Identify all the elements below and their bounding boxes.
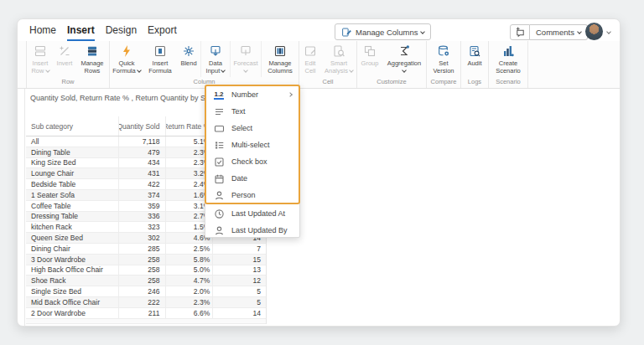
cell-return-rate[interactable]: 5.0%: [165, 265, 212, 275]
cell-return-quantity[interactable]: 15: [212, 255, 266, 265]
cell-return-quantity[interactable]: 5: [212, 297, 266, 307]
menu-item-last-updated-at[interactable]: Last Updated At: [205, 205, 299, 222]
table-row[interactable]: Mid Back Office Chair 222 2.3% 5: [26, 297, 266, 308]
cell-quantity-sold[interactable]: 431: [118, 168, 166, 178]
cell-return-quantity[interactable]: 13: [212, 265, 266, 275]
cell-subcategory[interactable]: Lounge Chair: [26, 168, 118, 178]
cell-return-rate[interactable]: 6.6%: [165, 308, 212, 318]
menu-item-date[interactable]: Date: [205, 170, 299, 187]
cell-quantity-sold[interactable]: 258: [118, 255, 166, 265]
table-row[interactable]: Single Size Bed 246 2.0% 5: [26, 286, 266, 297]
cell-return-quantity[interactable]: 14: [212, 308, 266, 318]
ribbon-toolbar: InsertRow Invert ManageRows Row: [18, 41, 620, 89]
cell-subcategory[interactable]: Shoe Rack: [26, 275, 118, 286]
menu-item-select[interactable]: Select: [205, 120, 299, 136]
cell-quantity-sold[interactable]: 7,118: [118, 136, 166, 147]
data-input-button[interactable]: DataInput: [201, 41, 230, 77]
table-row[interactable]: 2 Door Wardrobe 211 6.6% 14: [26, 308, 266, 319]
table-row[interactable]: Dining Chair 285 2.5% 7: [26, 244, 266, 255]
cell-quantity-sold[interactable]: 258: [118, 275, 166, 286]
table-row[interactable]: High Back Office Chair 258 5.0% 13: [26, 265, 266, 276]
cell-quantity-sold[interactable]: 323: [118, 222, 166, 232]
cell-subcategory[interactable]: All: [26, 136, 118, 147]
comments-button[interactable]: Comments: [530, 24, 588, 40]
invert-button[interactable]: Invert: [54, 41, 75, 77]
menu-item-number[interactable]: 1.2 Number: [205, 86, 299, 103]
menu-item-person[interactable]: Person: [205, 187, 299, 203]
cell-quantity-sold[interactable]: 422: [118, 179, 166, 189]
header-subcategory[interactable]: Sub category: [26, 116, 118, 136]
aggregation-button[interactable]: Aggregation: [382, 41, 426, 77]
cell-return-quantity[interactable]: 7: [212, 244, 266, 254]
menu-item-last-updated-by[interactable]: Last Updated By: [205, 222, 299, 239]
ribbon-group-customize: Group Aggregation Customize: [357, 41, 427, 88]
cell-quantity-sold[interactable]: 359: [118, 201, 166, 211]
menu-item-text[interactable]: Text: [205, 103, 299, 120]
cell-subcategory[interactable]: Mid Back Office Chair: [26, 297, 118, 307]
menu-item-multi-select[interactable]: Multi-select: [205, 136, 299, 153]
audit-button[interactable]: Audit: [461, 41, 488, 77]
clock-icon: [213, 209, 225, 219]
cell-return-rate[interactable]: 2.5%: [165, 244, 212, 254]
table-row[interactable]: Shoe Rack 258 4.7% 12: [26, 275, 266, 286]
cell-return-rate[interactable]: 4.7%: [165, 275, 212, 286]
cell-subcategory[interactable]: 2 Door Wardrobe: [26, 308, 118, 318]
user-avatar[interactable]: [585, 23, 603, 40]
table-row[interactable]: 3 Door Wardrobe 258 5.8% 15: [26, 255, 266, 265]
table-row-partial: [26, 319, 266, 324]
smart-analysis-button[interactable]: SmartAnalysis: [321, 41, 356, 77]
manage-rows-button[interactable]: ManageRows: [75, 41, 109, 77]
tab-home[interactable]: Home: [29, 19, 56, 41]
cell-quantity-sold[interactable]: 285: [118, 244, 166, 254]
cell-return-rate[interactable]: 2.3%: [165, 297, 212, 307]
cell-quantity-sold[interactable]: 434: [118, 158, 166, 168]
cell-subcategory[interactable]: Dining Chair: [26, 244, 118, 254]
cell-return-rate[interactable]: 2.0%: [165, 286, 212, 296]
cell-subcategory[interactable]: Bedside Table: [26, 179, 118, 189]
cell-quantity-sold[interactable]: 302: [118, 233, 166, 243]
cell-subcategory[interactable]: Queen Size Bed: [26, 233, 118, 243]
cell-return-quantity[interactable]: 12: [212, 275, 266, 286]
manage-columns-ribbon-button[interactable]: ManageColumns: [262, 41, 299, 77]
tab-export[interactable]: Export: [148, 19, 177, 41]
avatar-chevron-icon[interactable]: [606, 29, 611, 34]
menu-item-check-box[interactable]: Check box: [205, 153, 299, 170]
cell-subcategory[interactable]: Dressing Table: [26, 212, 118, 222]
comments-label: Comments: [536, 28, 574, 37]
add-comment-button[interactable]: [510, 24, 530, 40]
cell-return-quantity[interactable]: 5: [212, 286, 266, 296]
edit-cell-button[interactable]: EditCell: [299, 41, 321, 77]
cell-subcategory[interactable]: 3 Door Wardrobe: [26, 255, 118, 265]
tab-design[interactable]: Design: [106, 19, 137, 41]
insert-formula-button[interactable]: InsertFormula: [143, 41, 177, 77]
quick-formula-button[interactable]: QuickFormula: [110, 41, 143, 77]
cell-subcategory[interactable]: 1 Seater Sofa: [26, 190, 118, 200]
cell-subcategory[interactable]: High Back Office Chair: [26, 265, 118, 275]
cell-subcategory[interactable]: kitchen Rack: [26, 222, 118, 232]
blend-button[interactable]: Blend: [177, 41, 200, 77]
insert-row-icon: [34, 44, 47, 58]
cell-subcategory[interactable]: Coffee Table: [26, 201, 118, 211]
ribbon-group-logs: Audit Logs: [461, 41, 489, 88]
tab-insert[interactable]: Insert: [67, 19, 95, 41]
cell-quantity-sold[interactable]: 258: [118, 265, 166, 275]
create-scenario-button[interactable]: CreateScenario: [489, 41, 527, 77]
cell-subcategory[interactable]: Dining Table: [26, 147, 118, 157]
audit-icon: [468, 44, 481, 58]
insert-row-button[interactable]: InsertRow: [27, 41, 54, 77]
forecast-icon: [239, 44, 252, 58]
group-button[interactable]: Group: [357, 41, 382, 77]
cell-subcategory[interactable]: King Size Bed: [26, 158, 118, 168]
cell-return-rate[interactable]: 5.8%: [165, 255, 212, 265]
forecast-button[interactable]: Forecast: [231, 41, 261, 77]
manage-columns-button[interactable]: Manage Columns: [335, 23, 431, 40]
cell-quantity-sold[interactable]: 479: [118, 147, 166, 157]
header-quantity-sold[interactable]: Quantity Sold: [118, 116, 166, 136]
cell-quantity-sold[interactable]: 336: [118, 212, 166, 222]
cell-quantity-sold[interactable]: 374: [118, 190, 166, 200]
cell-subcategory[interactable]: Single Size Bed: [26, 286, 118, 296]
cell-quantity-sold[interactable]: 211: [118, 308, 166, 318]
cell-quantity-sold[interactable]: 246: [118, 286, 166, 296]
cell-quantity-sold[interactable]: 222: [118, 297, 166, 307]
set-version-button[interactable]: SetVersion: [427, 41, 460, 77]
